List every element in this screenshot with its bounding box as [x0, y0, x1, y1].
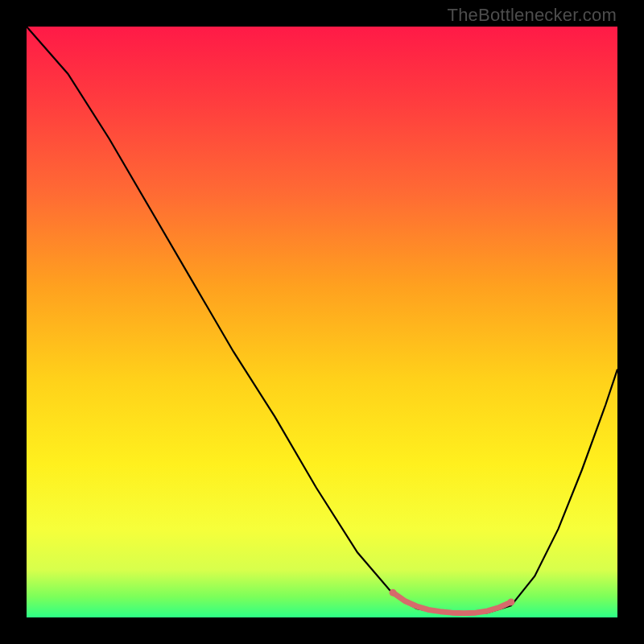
- chart-svg: [27, 27, 617, 617]
- highlight-dot: [507, 598, 514, 605]
- gradient-background: [27, 27, 617, 617]
- watermark-text: TheBottlenecker.com: [448, 5, 617, 26]
- highlight-dot: [390, 589, 397, 597]
- chart-frame: [27, 27, 617, 617]
